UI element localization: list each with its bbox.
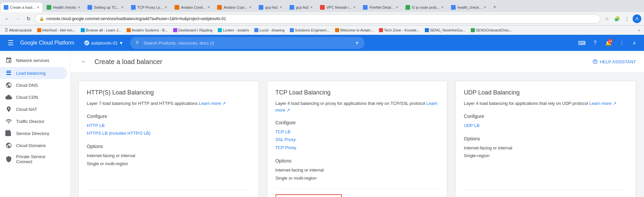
option-item: Internet-facing or internal (87, 152, 251, 159)
configure-section-http: Configure HTTP LBHTTPS LB (includes HTTP… (87, 114, 251, 137)
help-assistant-button[interactable]: HELP ASSISTANT (592, 59, 636, 64)
browser-tab-firenet[interactable]: FireNet Detai... × (359, 2, 402, 12)
address-bar[interactable]: 🔒 console.cloud.google.com/net-services/… (35, 14, 600, 23)
gcp-logo: Google Cloud Platform (20, 40, 74, 46)
tab-favicon (175, 5, 179, 10)
bookmark-item-10[interactable]: SENGOnboardChec... (469, 27, 514, 33)
reload-button[interactable]: ↻ (24, 14, 33, 23)
tab-close-icon[interactable]: × (207, 5, 210, 10)
bookmark-item-0[interactable]: Interfood - étel ren... (35, 27, 77, 33)
back-nav-button[interactable]: ← (78, 56, 89, 67)
tab-close-icon[interactable]: × (121, 5, 124, 10)
sidebar-section-network-services[interactable]: Network services (0, 54, 70, 67)
sidebar-icon-cloud-dns (5, 82, 12, 88)
option-item: Single-region (464, 152, 628, 159)
profile-avatar[interactable]: A (633, 14, 641, 23)
browser-tab-gcp1[interactable]: gcp-fw1 × (255, 2, 286, 12)
sidebar-item-cloud-domains[interactable]: Cloud Domains (0, 139, 67, 151)
bookmark-item-7[interactable]: Welcome to Aviatri... (333, 27, 376, 33)
browser-tab-tcp[interactable]: TCP Proxy Lo... × (127, 2, 171, 12)
new-tab-button[interactable]: + (490, 2, 500, 12)
notification-count: 14 (608, 39, 613, 44)
configure-link[interactable]: HTTP LB (87, 122, 251, 129)
sidebar-item-cloud-cdn[interactable]: Cloud CDN (0, 91, 67, 103)
more-options-icon[interactable]: ⋮ (617, 38, 627, 48)
tab-close-icon[interactable]: × (396, 5, 398, 10)
tab-close-icon[interactable]: × (280, 5, 282, 10)
sidebar-item-traffic-director[interactable]: Traffic Director (0, 115, 67, 127)
bookmark-item-5[interactable]: Lucid - drawing (252, 27, 286, 33)
tab-close-icon[interactable]: × (353, 5, 356, 10)
console-icon[interactable]: ⌨ (576, 38, 587, 48)
bookmark-item-4[interactable]: Looker - aviatrix (216, 27, 251, 33)
browser-tab-aviatrix2[interactable]: Aviatrix Copi... × (213, 2, 255, 12)
notifications-icon[interactable]: 🔔 14 (603, 38, 614, 48)
bookmark-item-2[interactable]: Aviatrix Systems - B... (125, 27, 170, 33)
project-dropdown-icon: ▼ (119, 41, 123, 46)
user-avatar[interactable]: A (630, 39, 639, 47)
options-label-udp: Options (464, 136, 628, 141)
browser-tab-iproute[interactable]: G ip route prob... × (402, 2, 447, 12)
browser-tab-gcp2[interactable]: gcp-fw2 × (286, 2, 317, 12)
start-config-button-tcp[interactable]: START CONFIGURATION (275, 194, 342, 197)
hamburger-menu[interactable]: ☰ (5, 38, 16, 48)
option-item: Internet-facing or internal (275, 166, 439, 174)
search-bar[interactable]: 🔍 Search Products, resources, docs (/) ▼ (130, 37, 365, 49)
configure-link[interactable]: SSL Proxy (275, 136, 439, 143)
sidebar-item-private-service-connect[interactable]: Private Service Connect (0, 151, 67, 167)
bookmark-label: Looker - aviatrix (223, 28, 249, 32)
learn-more-link-tcp[interactable]: Learn more ↗ (275, 101, 438, 113)
start-config-button-udp[interactable]: START CONFIGURATION (464, 196, 518, 197)
sidebar-item-cloud-nat[interactable]: Cloud NAT (0, 103, 67, 115)
tab-close-icon[interactable]: × (165, 5, 167, 10)
project-selector[interactable]: astipkovits-01 ▼ (81, 39, 126, 47)
tab-close-icon[interactable]: × (310, 5, 313, 10)
bookmarks-more-button[interactable]: » (637, 27, 641, 33)
bookmark-label: SENGOnboardChec... (476, 28, 512, 32)
bookmark-icon[interactable]: ☆ (602, 14, 611, 23)
bookmark-item-8[interactable]: Tech Zone - Knowle... (377, 27, 422, 33)
bookmark-item-6[interactable]: Solutions Engineeri... (288, 27, 332, 33)
browser-tab-health[interactable]: Health checks × (43, 2, 84, 12)
sidebar-item-cloud-dns[interactable]: Cloud DNS (0, 79, 67, 91)
configure-link[interactable]: TCP LB (275, 128, 439, 136)
menu-icon[interactable]: ⋮ (623, 14, 631, 23)
card-title-http: HTTP(S) Load Balancing (87, 89, 251, 96)
help-icon[interactable]: ? (590, 38, 600, 48)
back-button[interactable]: ← (3, 14, 11, 23)
tab-close-icon[interactable]: × (78, 5, 80, 10)
sidebar-item-load-balancing[interactable]: Load balancing (0, 67, 67, 79)
page-title: Create a load balancer (94, 58, 162, 66)
sidebar-icon-traffic-director (5, 118, 12, 125)
browser-tab-healthck[interactable]: health_check... × (447, 2, 490, 12)
extensions-icon[interactable]: 🧩 (613, 14, 621, 23)
sidebar-label-cloud-cdn: Cloud CDN (16, 95, 38, 100)
bookmark-apps[interactable]: ⠿Alkalmazások (3, 27, 34, 34)
learn-more-link-http[interactable]: Learn more ↗ (199, 101, 226, 106)
forward-button[interactable]: → (13, 14, 22, 23)
browser-tab-vpc[interactable]: VPC firewall r... × (316, 2, 359, 12)
tab-title: Setting up TC... (94, 5, 119, 9)
bookmark-item-9[interactable]: SENG_NewHireGui... (423, 27, 467, 33)
tab-close-icon[interactable]: × (249, 5, 251, 10)
tab-favicon (363, 5, 368, 10)
start-config-section-tcp: START CONFIGURATION (275, 189, 439, 197)
option-item: Single or multi-region (275, 174, 439, 182)
start-config-button-http[interactable]: START CONFIGURATION (87, 196, 141, 197)
tab-close-icon[interactable]: × (37, 5, 39, 10)
bookmark-item-1[interactable]: Browse all - Learn J... (79, 27, 123, 33)
sidebar-label-traffic-director: Traffic Director (16, 119, 45, 124)
configure-link[interactable]: TCP Proxy (275, 144, 439, 151)
tab-close-icon[interactable]: × (484, 5, 486, 10)
browser-tab-aviatrix1[interactable]: Aviatrix Contr... × (171, 2, 213, 12)
bookmark-item-3[interactable]: Dashboard | Rippling (171, 27, 215, 33)
sidebar-item-service-directory[interactable]: Service Directory (0, 127, 67, 139)
browser-tab-create[interactable]: Create a load... × (0, 2, 43, 12)
configure-link[interactable]: UDP LB (464, 122, 628, 129)
learn-more-link-udp[interactable]: Learn more ↗ (589, 101, 616, 106)
configure-link[interactable]: HTTPS LB (includes HTTP/2 LB) (87, 129, 251, 137)
bookmark-favicon (81, 28, 85, 32)
tab-close-icon[interactable]: × (441, 5, 444, 10)
header-right: ⌨ ? 🔔 14 ⋮ A (576, 38, 639, 48)
browser-tab-setting[interactable]: Setting up TC... × (84, 2, 127, 12)
